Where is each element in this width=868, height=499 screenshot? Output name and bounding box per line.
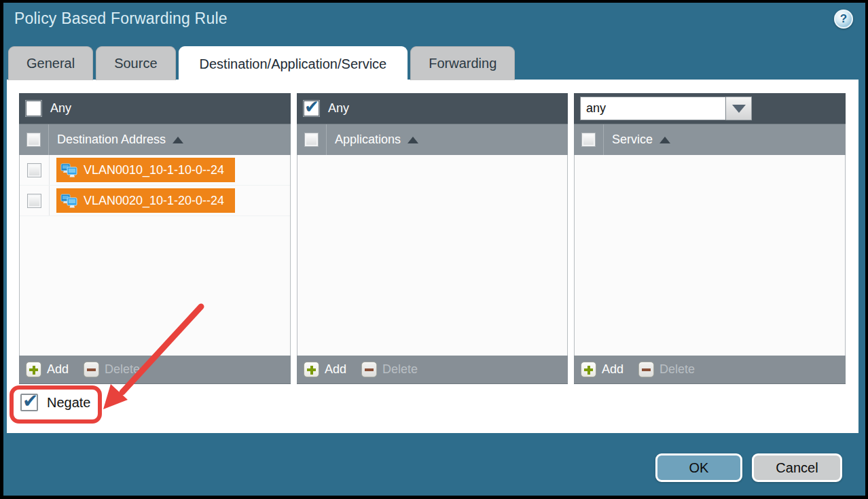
delete-button[interactable]: Delete bbox=[84, 362, 140, 377]
negate-control: Negate bbox=[20, 394, 91, 411]
add-button[interactable]: Add bbox=[581, 362, 638, 377]
service-column: any Service Add Delete bbox=[574, 93, 846, 384]
address-label: VLAN0020_10-1-20-0--24 bbox=[84, 194, 224, 208]
add-button[interactable]: Add bbox=[304, 362, 361, 377]
delete-button[interactable]: Delete bbox=[361, 362, 418, 377]
applications-select-all-checkbox[interactable] bbox=[304, 133, 319, 147]
add-plus-icon bbox=[581, 362, 596, 377]
policy-forwarding-dialog: Policy Based Forwarding Rule ? General S… bbox=[0, 0, 868, 499]
add-plus-icon bbox=[304, 362, 319, 377]
table-row: VLAN0020_10-1-20-0--24 bbox=[20, 186, 290, 216]
tab-general[interactable]: General bbox=[8, 46, 93, 80]
destination-any-label: Any bbox=[50, 101, 71, 116]
tab-forwarding[interactable]: Forwarding bbox=[410, 46, 515, 80]
destination-header-label: Destination Address bbox=[57, 133, 166, 147]
address-label: VLAN0010_10-1-10-0--24 bbox=[84, 163, 224, 177]
tab-content-panel: Any Destination Address bbox=[7, 80, 858, 433]
applications-header[interactable]: Applications bbox=[297, 124, 568, 155]
service-select-all-checkbox[interactable] bbox=[581, 133, 596, 147]
service-dropdown-value[interactable]: any bbox=[580, 97, 726, 120]
add-plus-icon bbox=[26, 362, 41, 377]
sort-ascending-icon bbox=[408, 137, 418, 143]
tab-source[interactable]: Source bbox=[96, 46, 175, 80]
row-checkbox[interactable] bbox=[27, 163, 41, 177]
tab-bar: General Source Destination/Application/S… bbox=[8, 46, 515, 80]
applications-any-label: Any bbox=[328, 101, 349, 116]
applications-column: Any Applications Add Delete bbox=[297, 93, 568, 384]
cancel-button[interactable]: Cancel bbox=[752, 453, 842, 482]
applications-any-checkbox[interactable] bbox=[303, 100, 320, 117]
destination-any-bar: Any bbox=[19, 93, 291, 124]
tab-destination-application-service[interactable]: Destination/Application/Service bbox=[179, 46, 408, 82]
applications-toolbar: Add Delete bbox=[297, 356, 568, 384]
negate-label: Negate bbox=[47, 395, 91, 411]
service-header-label: Service bbox=[612, 133, 653, 147]
address-group-icon bbox=[60, 193, 78, 209]
applications-header-label: Applications bbox=[335, 133, 401, 147]
sort-ascending-icon bbox=[659, 137, 670, 143]
delete-minus-icon bbox=[361, 362, 377, 377]
ok-button[interactable]: OK bbox=[655, 453, 742, 482]
service-dropdown[interactable]: any bbox=[580, 97, 752, 120]
service-list bbox=[574, 155, 846, 356]
destination-any-checkbox[interactable] bbox=[25, 100, 42, 117]
destination-select-all-checkbox[interactable] bbox=[26, 133, 41, 147]
service-toolbar: Add Delete bbox=[574, 356, 846, 384]
dialog-title: Policy Based Forwarding Rule bbox=[14, 10, 228, 28]
help-icon[interactable]: ? bbox=[834, 10, 853, 29]
dropdown-button[interactable] bbox=[726, 97, 752, 120]
applications-list bbox=[297, 155, 568, 356]
service-dropdown-bar: any bbox=[574, 93, 846, 124]
chevron-down-icon bbox=[732, 105, 746, 113]
negate-checkbox[interactable] bbox=[20, 394, 38, 411]
address-entry[interactable]: VLAN0010_10-1-10-0--24 bbox=[56, 158, 235, 182]
applications-any-bar: Any bbox=[297, 93, 568, 124]
table-row: VLAN0010_10-1-10-0--24 bbox=[20, 155, 290, 186]
address-entry[interactable]: VLAN0020_10-1-20-0--24 bbox=[56, 188, 235, 213]
row-checkbox[interactable] bbox=[27, 194, 41, 208]
delete-button[interactable]: Delete bbox=[638, 362, 695, 377]
destination-toolbar: Add Delete bbox=[19, 356, 291, 384]
delete-minus-icon bbox=[84, 362, 99, 377]
destination-address-list: VLAN0010_10-1-10-0--24 bbox=[19, 155, 291, 356]
destination-address-header[interactable]: Destination Address bbox=[19, 124, 291, 155]
address-group-icon bbox=[60, 162, 78, 178]
sort-ascending-icon bbox=[173, 137, 183, 143]
destination-address-column: Any Destination Address bbox=[19, 93, 291, 384]
delete-minus-icon bbox=[638, 362, 654, 377]
service-header[interactable]: Service bbox=[574, 124, 846, 155]
add-button[interactable]: Add bbox=[26, 362, 84, 377]
